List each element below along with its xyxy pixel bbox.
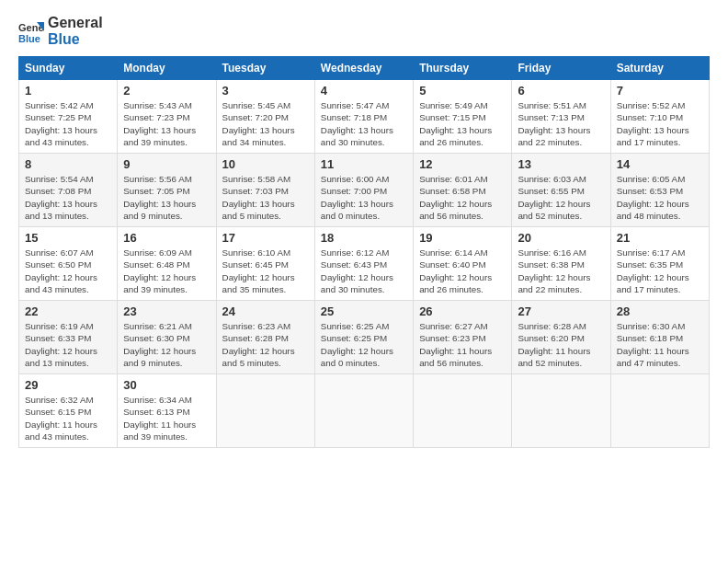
col-saturday: Saturday (610, 57, 709, 80)
day-info: Sunrise: 6:25 AM Sunset: 6:25 PM Dayligh… (321, 320, 407, 369)
day-cell: 30Sunrise: 6:34 AM Sunset: 6:13 PM Dayli… (118, 374, 216, 448)
day-info: Sunrise: 6:09 AM Sunset: 6:48 PM Dayligh… (123, 247, 210, 295)
day-number: 30 (123, 378, 210, 392)
day-info: Sunrise: 6:34 AM Sunset: 6:13 PM Dayligh… (123, 394, 210, 442)
col-thursday: Thursday (414, 57, 512, 80)
day-info: Sunrise: 6:28 AM Sunset: 6:20 PM Dayligh… (518, 320, 604, 369)
header-row: Sunday Monday Tuesday Wednesday Thursday… (19, 57, 710, 80)
day-info: Sunrise: 5:49 AM Sunset: 7:15 PM Dayligh… (419, 99, 506, 148)
col-monday: Monday (118, 57, 216, 80)
day-number: 3 (222, 84, 309, 98)
day-number: 1 (25, 84, 111, 98)
day-cell: 10Sunrise: 5:58 AM Sunset: 7:03 PM Dayli… (216, 154, 314, 227)
day-number: 14 (617, 157, 703, 171)
day-info: Sunrise: 5:45 AM Sunset: 7:20 PM Dayligh… (222, 99, 309, 148)
day-number: 12 (419, 157, 506, 171)
col-friday: Friday (512, 57, 610, 80)
day-cell: 24Sunrise: 6:23 AM Sunset: 6:28 PM Dayli… (216, 301, 314, 374)
day-info: Sunrise: 6:30 AM Sunset: 6:18 PM Dayligh… (617, 320, 703, 369)
day-cell: 9Sunrise: 5:56 AM Sunset: 7:05 PM Daylig… (118, 154, 216, 227)
day-cell: 15Sunrise: 6:07 AM Sunset: 6:50 PM Dayli… (19, 227, 118, 301)
day-cell: 28Sunrise: 6:30 AM Sunset: 6:18 PM Dayli… (610, 301, 709, 374)
day-number: 15 (25, 231, 111, 245)
day-number: 18 (321, 231, 407, 245)
day-info: Sunrise: 5:42 AM Sunset: 7:25 PM Dayligh… (25, 99, 111, 148)
day-cell: 19Sunrise: 6:14 AM Sunset: 6:40 PM Dayli… (414, 227, 512, 301)
day-info: Sunrise: 6:03 AM Sunset: 6:55 PM Dayligh… (518, 173, 604, 222)
logo: General Blue General Blue (18, 15, 103, 47)
day-number: 6 (518, 84, 604, 98)
day-number: 25 (321, 304, 407, 318)
day-number: 21 (617, 231, 703, 245)
day-number: 8 (25, 157, 111, 171)
day-cell: 22Sunrise: 6:19 AM Sunset: 6:33 PM Dayli… (19, 301, 118, 374)
day-number: 17 (222, 231, 309, 245)
day-info: Sunrise: 6:16 AM Sunset: 6:38 PM Dayligh… (518, 247, 604, 295)
day-number: 5 (419, 84, 506, 98)
day-number: 29 (25, 378, 111, 392)
day-number: 9 (123, 157, 210, 171)
day-cell: 8Sunrise: 5:54 AM Sunset: 7:08 PM Daylig… (19, 154, 118, 227)
day-cell: 27Sunrise: 6:28 AM Sunset: 6:20 PM Dayli… (512, 301, 610, 374)
day-number: 19 (419, 231, 506, 245)
day-number: 28 (617, 304, 703, 318)
day-info: Sunrise: 6:23 AM Sunset: 6:28 PM Dayligh… (222, 320, 309, 369)
col-wednesday: Wednesday (314, 57, 413, 80)
day-cell: 2Sunrise: 5:43 AM Sunset: 7:23 PM Daylig… (118, 80, 216, 154)
day-number: 11 (321, 157, 407, 171)
day-number: 4 (321, 84, 407, 98)
day-cell: 4Sunrise: 5:47 AM Sunset: 7:18 PM Daylig… (314, 80, 413, 154)
week-row-4: 22Sunrise: 6:19 AM Sunset: 6:33 PM Dayli… (19, 301, 710, 374)
day-info: Sunrise: 5:47 AM Sunset: 7:18 PM Dayligh… (321, 99, 407, 148)
week-row-3: 15Sunrise: 6:07 AM Sunset: 6:50 PM Dayli… (19, 227, 710, 301)
col-sunday: Sunday (19, 57, 118, 80)
day-cell: 29Sunrise: 6:32 AM Sunset: 6:15 PM Dayli… (19, 374, 118, 448)
week-row-1: 1Sunrise: 5:42 AM Sunset: 7:25 PM Daylig… (19, 80, 710, 154)
page-header: General Blue General Blue (18, 15, 710, 47)
day-info: Sunrise: 6:14 AM Sunset: 6:40 PM Dayligh… (419, 247, 506, 295)
day-cell: 3Sunrise: 5:45 AM Sunset: 7:20 PM Daylig… (216, 80, 314, 154)
day-info: Sunrise: 5:58 AM Sunset: 7:03 PM Dayligh… (222, 173, 309, 222)
day-cell: 17Sunrise: 6:10 AM Sunset: 6:45 PM Dayli… (216, 227, 314, 301)
day-info: Sunrise: 6:01 AM Sunset: 6:58 PM Dayligh… (419, 173, 506, 222)
day-cell: 12Sunrise: 6:01 AM Sunset: 6:58 PM Dayli… (414, 154, 512, 227)
day-cell (512, 374, 610, 448)
day-info: Sunrise: 5:52 AM Sunset: 7:10 PM Dayligh… (617, 99, 703, 148)
day-cell: 5Sunrise: 5:49 AM Sunset: 7:15 PM Daylig… (414, 80, 512, 154)
day-number: 22 (25, 304, 111, 318)
day-info: Sunrise: 6:17 AM Sunset: 6:35 PM Dayligh… (617, 247, 703, 295)
day-info: Sunrise: 5:51 AM Sunset: 7:13 PM Dayligh… (518, 99, 604, 148)
day-info: Sunrise: 6:32 AM Sunset: 6:15 PM Dayligh… (25, 394, 111, 442)
day-cell: 25Sunrise: 6:25 AM Sunset: 6:25 PM Dayli… (314, 301, 413, 374)
day-number: 16 (123, 231, 210, 245)
day-info: Sunrise: 6:07 AM Sunset: 6:50 PM Dayligh… (25, 247, 111, 295)
day-cell: 11Sunrise: 6:00 AM Sunset: 7:00 PM Dayli… (314, 154, 413, 227)
day-info: Sunrise: 5:54 AM Sunset: 7:08 PM Dayligh… (25, 173, 111, 222)
day-cell: 7Sunrise: 5:52 AM Sunset: 7:10 PM Daylig… (610, 80, 709, 154)
day-number: 10 (222, 157, 309, 171)
day-cell: 21Sunrise: 6:17 AM Sunset: 6:35 PM Dayli… (610, 227, 709, 301)
day-cell (314, 374, 413, 448)
day-info: Sunrise: 6:19 AM Sunset: 6:33 PM Dayligh… (25, 320, 111, 369)
day-number: 26 (419, 304, 506, 318)
day-info: Sunrise: 6:21 AM Sunset: 6:30 PM Dayligh… (123, 320, 210, 369)
day-cell (216, 374, 314, 448)
day-number: 7 (617, 84, 703, 98)
day-number: 27 (518, 304, 604, 318)
day-info: Sunrise: 5:43 AM Sunset: 7:23 PM Dayligh… (123, 99, 210, 148)
day-cell: 23Sunrise: 6:21 AM Sunset: 6:30 PM Dayli… (118, 301, 216, 374)
day-info: Sunrise: 6:10 AM Sunset: 6:45 PM Dayligh… (222, 247, 309, 295)
day-cell: 20Sunrise: 6:16 AM Sunset: 6:38 PM Dayli… (512, 227, 610, 301)
day-info: Sunrise: 6:05 AM Sunset: 6:53 PM Dayligh… (617, 173, 703, 222)
day-cell: 26Sunrise: 6:27 AM Sunset: 6:23 PM Dayli… (414, 301, 512, 374)
day-cell (414, 374, 512, 448)
calendar-table: Sunday Monday Tuesday Wednesday Thursday… (18, 56, 710, 448)
day-cell: 6Sunrise: 5:51 AM Sunset: 7:13 PM Daylig… (512, 80, 610, 154)
day-number: 13 (518, 157, 604, 171)
week-row-5: 29Sunrise: 6:32 AM Sunset: 6:15 PM Dayli… (19, 374, 710, 448)
day-info: Sunrise: 6:12 AM Sunset: 6:43 PM Dayligh… (321, 247, 407, 295)
col-tuesday: Tuesday (216, 57, 314, 80)
svg-text:Blue: Blue (18, 33, 40, 44)
week-row-2: 8Sunrise: 5:54 AM Sunset: 7:08 PM Daylig… (19, 154, 710, 227)
day-cell (610, 374, 709, 448)
